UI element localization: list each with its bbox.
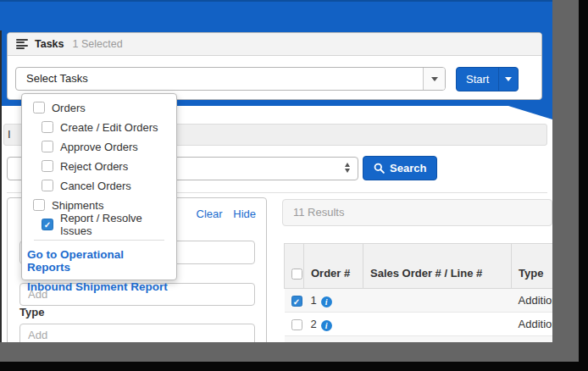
menu-item-cancel-orders[interactable]: Cancel Orders bbox=[22, 180, 176, 191]
order-number: 2 bbox=[311, 318, 317, 330]
orders-checkbox[interactable] bbox=[33, 102, 45, 114]
inbound-shipment-report-link[interactable]: Inbound Shipment Report bbox=[22, 280, 176, 293]
row-checkbox[interactable] bbox=[291, 296, 302, 307]
select-stepper-icon bbox=[345, 163, 350, 173]
table-header-row: Order # Sales Order # / Line # Type bbox=[285, 244, 553, 289]
search-button[interactable]: Search bbox=[363, 156, 437, 180]
shadow-bottom-edge bbox=[0, 362, 588, 371]
type-cell: Additional bbox=[519, 318, 553, 330]
select-tasks-combobox[interactable]: Select Tasks bbox=[15, 67, 446, 91]
start-split-button: Start bbox=[456, 67, 519, 91]
menu-divider bbox=[34, 240, 164, 241]
column-header-type[interactable]: Type bbox=[512, 244, 553, 289]
start-button[interactable]: Start bbox=[457, 68, 498, 91]
shadow-right bbox=[552, 0, 579, 362]
chevron-down-icon bbox=[505, 77, 512, 81]
window-left-edge bbox=[0, 30, 2, 342]
menu-item-label: Report / Resolve Issues bbox=[60, 212, 176, 237]
results-count-text: 11 Results bbox=[293, 206, 344, 219]
approve-orders-checkbox[interactable] bbox=[42, 141, 53, 152]
table-row: 2i Additional bbox=[285, 313, 553, 336]
select-all-checkbox[interactable] bbox=[291, 269, 302, 280]
select-tasks-value: Select Tasks bbox=[26, 72, 88, 85]
clear-link[interactable]: Clear bbox=[197, 208, 223, 220]
column-header-order[interactable]: Order # bbox=[304, 244, 363, 289]
search-icon bbox=[374, 163, 385, 174]
start-dropdown-button[interactable] bbox=[498, 68, 518, 91]
tasks-panel-title: Tasks bbox=[35, 38, 64, 50]
menu-item-approve-orders[interactable]: Approve Orders bbox=[22, 141, 176, 152]
tasks-panel: Tasks 1 Selected Select Tasks Start bbox=[7, 32, 542, 100]
menu-item-label: Approve Orders bbox=[60, 141, 138, 153]
shadow-right-edge bbox=[579, 0, 588, 371]
callout-tail bbox=[508, 106, 552, 119]
reject-orders-checkbox[interactable] bbox=[42, 160, 53, 172]
search-button-label: Search bbox=[390, 162, 426, 174]
order-number: 1 bbox=[311, 294, 317, 307]
tasks-list-icon bbox=[16, 39, 28, 50]
tasks-selected-count: 1 Selected bbox=[73, 38, 123, 50]
collapsed-bar-text-fragment: I bbox=[8, 128, 11, 141]
menu-item-create-edit-orders[interactable]: Create / Edit Orders bbox=[22, 121, 176, 133]
results-count-bar: 11 Results bbox=[282, 199, 552, 226]
menu-item-orders[interactable]: Orders bbox=[22, 102, 176, 114]
menu-item-report-resolve-issues[interactable]: Report / Resolve Issues bbox=[22, 219, 176, 230]
hide-link[interactable]: Hide bbox=[233, 208, 256, 220]
menu-item-shipments[interactable]: Shipments bbox=[22, 199, 176, 211]
create-edit-orders-checkbox[interactable] bbox=[42, 121, 53, 133]
menu-item-label: Reject Orders bbox=[60, 160, 128, 173]
shipments-checkbox[interactable] bbox=[33, 199, 45, 211]
tasks-panel-header: Tasks 1 Selected bbox=[8, 33, 541, 56]
column-header-sales-order[interactable]: Sales Order # / Line # bbox=[363, 244, 512, 289]
filter-panel-links: Clear Hide bbox=[197, 208, 256, 220]
row-checkbox[interactable] bbox=[291, 319, 302, 330]
menu-item-label: Create / Edit Orders bbox=[60, 121, 158, 134]
type-cell: Additional bbox=[519, 294, 553, 307]
operational-reports-link[interactable]: Go to Operational Reports bbox=[22, 248, 176, 274]
info-icon[interactable]: i bbox=[321, 296, 332, 307]
menu-item-label: Orders bbox=[52, 102, 86, 114]
menu-item-reject-orders[interactable]: Reject Orders bbox=[22, 160, 176, 172]
cancel-orders-checkbox[interactable] bbox=[42, 180, 53, 191]
report-resolve-issues-checkbox[interactable] bbox=[42, 219, 53, 230]
combobox-caret-button[interactable] bbox=[423, 68, 445, 90]
chevron-down-icon bbox=[431, 77, 438, 81]
table-row: 1i Additional bbox=[285, 289, 553, 313]
menu-item-label: Cancel Orders bbox=[60, 180, 131, 192]
tasks-dropdown-menu: Orders Create / Edit Orders Approve Orde… bbox=[21, 93, 177, 280]
app-root: Orders & Shipment Tracking Tasks 1 Selec… bbox=[0, 0, 588, 371]
shadow-bottom bbox=[0, 342, 579, 362]
info-icon[interactable]: i bbox=[321, 320, 332, 331]
menu-item-label: Shipments bbox=[52, 199, 103, 212]
type-filter-label: Type bbox=[19, 306, 44, 318]
